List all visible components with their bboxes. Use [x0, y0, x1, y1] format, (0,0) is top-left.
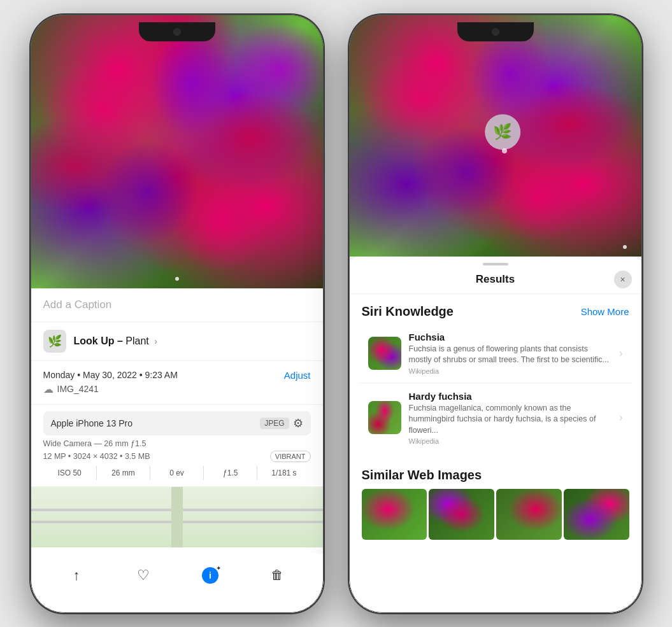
phone1-toolbar: i ✦ — [31, 554, 324, 597]
similar-image-3[interactable] — [496, 489, 562, 540]
flower-photo-1[interactable] — [31, 15, 324, 288]
filename-row: ☁ IMG_4241 — [43, 383, 311, 395]
share-button[interactable] — [62, 561, 90, 589]
front-camera-dot — [173, 28, 181, 36]
similar-image-2[interactable] — [429, 489, 494, 540]
similar-image-4[interactable] — [564, 489, 629, 540]
lens-info-row: Wide Camera — 26 mm ƒ1.5 — [43, 439, 311, 448]
exif-shutter: 1/181 s — [257, 466, 310, 480]
cloud-icon: ☁ — [43, 383, 54, 395]
front-camera-dot-2 — [492, 28, 499, 36]
similar-web-images-section: Similar Web Images — [349, 458, 642, 545]
exif-focal: 26 mm — [97, 466, 150, 480]
show-more-button[interactable]: Show More — [581, 306, 629, 317]
siri-visual-lookup-button[interactable]: 🌿 — [485, 114, 520, 150]
siri-knowledge-title: Siri Knowledge — [362, 304, 454, 319]
adjust-button[interactable]: Adjust — [284, 370, 311, 381]
info-button[interactable]: i ✦ — [196, 561, 224, 589]
favorite-button[interactable] — [129, 561, 157, 589]
delete-button[interactable] — [263, 561, 291, 589]
sheet-title: Results — [476, 273, 515, 286]
lookup-chevron-icon: › — [154, 336, 157, 346]
exif-aperture: ƒ1.5 — [204, 466, 257, 480]
fuchsia-name: Fuchsia — [409, 332, 612, 342]
siri-dot — [502, 148, 507, 153]
lens-settings-icon: ⚙ — [293, 416, 303, 430]
camera-section: Apple iPhone 13 Pro JPEG ⚙ Wide Camera —… — [31, 405, 324, 487]
phone2-notch — [457, 22, 534, 41]
results-sheet: Results × Siri Knowledge Show More — [349, 257, 642, 613]
hardy-fuchsia-info: Hardy fuchsia Fuchsia magellanica, commo… — [409, 391, 612, 446]
knowledge-card: Fuchsia Fuchsia is a genus of flowering … — [359, 324, 632, 453]
lookup-text: Look Up – Plant › — [74, 335, 157, 347]
similar-images-title: Similar Web Images — [362, 468, 629, 483]
vibrant-badge: VIBRANT — [270, 451, 311, 462]
hardy-fuchsia-source: Wikipedia — [409, 437, 612, 445]
hardy-fuchsia-description: Fuchsia magellanica, commonly known as t… — [409, 403, 612, 437]
resolution-specs: 12 MP • 3024 × 4032 • 3.5 MB — [43, 452, 150, 461]
sheet-close-button[interactable]: × — [614, 271, 632, 288]
fuchsia-description: Fuchsia is a genus of flowering plants t… — [409, 344, 612, 366]
home-indicator-2[interactable] — [457, 603, 534, 607]
siri-knowledge-header: Siri Knowledge Show More — [349, 294, 642, 324]
phones-container: Add a Caption 🌿 Look Up – Plant › Monday… — [18, 2, 655, 626]
photo2-pagination-dot — [623, 245, 627, 249]
flower-photo-2[interactable]: 🌿 — [349, 15, 642, 257]
resolution-row: 12 MP • 3024 × 4032 • 3.5 MB VIBRANT — [43, 451, 311, 462]
caption-input[interactable]: Add a Caption — [31, 288, 324, 322]
exif-ev: 0 ev — [150, 466, 204, 480]
home-indicator-1[interactable] — [139, 603, 215, 607]
hardy-fuchsia-thumbnail — [368, 401, 401, 434]
metadata-section: Monday • May 30, 2022 • 9:23 AM Adjust ☁… — [31, 361, 324, 405]
date-row: Monday • May 30, 2022 • 9:23 AM Adjust — [43, 370, 311, 381]
sheet-content[interactable]: Siri Knowledge Show More Fuchsia Fuchsia… — [349, 294, 642, 613]
exif-row: ISO 50 26 mm 0 ev ƒ1.5 1/181 s — [43, 466, 311, 480]
fuchsia-source: Wikipedia — [409, 367, 612, 375]
phone1-screen: Add a Caption 🌿 Look Up – Plant › Monday… — [31, 15, 324, 613]
sheet-header: Results × — [349, 265, 642, 294]
knowledge-item-hardy-fuchsia[interactable]: Hardy fuchsia Fuchsia magellanica, commo… — [359, 383, 632, 453]
phone-1: Add a Caption 🌿 Look Up – Plant › Monday… — [31, 15, 324, 613]
phone-2: 🌿 Results × Siri Knowledge Show — [349, 15, 642, 613]
exif-iso: ISO 50 — [43, 466, 97, 480]
lookup-row[interactable]: 🌿 Look Up – Plant › — [31, 322, 324, 361]
similar-image-1[interactable] — [362, 489, 427, 540]
fuchsia-info: Fuchsia Fuchsia is a genus of flowering … — [409, 332, 612, 375]
photo-date: Monday • May 30, 2022 • 9:23 AM — [43, 370, 178, 380]
photo-pagination-dot — [175, 277, 179, 281]
hardy-fuchsia-chevron-icon: › — [619, 412, 622, 423]
camera-model-name: Apple iPhone 13 Pro — [51, 418, 132, 428]
filename: IMG_4241 — [57, 384, 99, 394]
fuchsia-chevron-icon: › — [619, 348, 622, 359]
lookup-plant-icon: 🌿 — [43, 330, 66, 353]
phone2-screen: 🌿 Results × Siri Knowledge Show — [349, 15, 642, 613]
knowledge-item-fuchsia[interactable]: Fuchsia Fuchsia is a genus of flowering … — [359, 324, 632, 383]
hardy-fuchsia-name: Hardy fuchsia — [409, 391, 612, 402]
camera-model-row: Apple iPhone 13 Pro JPEG ⚙ — [43, 411, 311, 435]
fuchsia-thumbnail — [368, 337, 401, 370]
phone1-notch — [139, 22, 215, 41]
jpeg-badge: JPEG — [260, 418, 289, 429]
map-thumbnail[interactable] — [31, 487, 324, 547]
similar-images-grid — [362, 489, 629, 540]
